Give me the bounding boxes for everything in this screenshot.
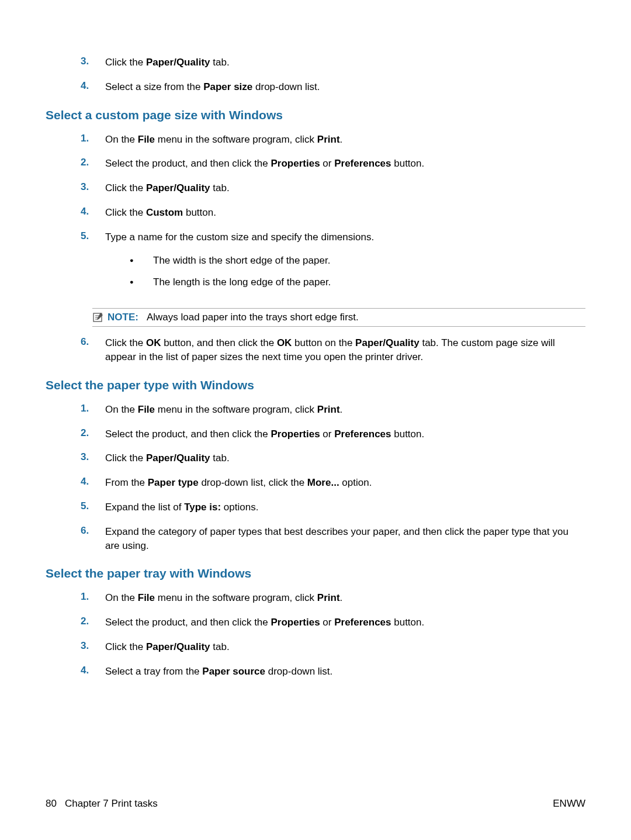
section-list: 1. On the File menu in the software prog… [81, 591, 585, 678]
list-number: 4. [81, 206, 105, 217]
list-item: 4. From the Paper type drop-down list, c… [81, 476, 585, 490]
list-body: Select a size from the Paper size drop-d… [105, 80, 585, 94]
list-item: 1. On the File menu in the software prog… [81, 403, 585, 417]
list-number: 3. [81, 181, 105, 193]
list-number: 2. [81, 616, 105, 627]
section-list-after-note: 6. Click the OK button, and then click t… [81, 336, 585, 364]
list-item: 1. On the File menu in the software prog… [81, 591, 585, 605]
list-item: 4. Click the Custom button. [81, 206, 585, 220]
list-item: 3. Click the Paper/Quality tab. [81, 56, 585, 70]
list-body: Select the product, and then click the P… [105, 427, 585, 441]
list-item: 4. Select a size from the Paper size dro… [81, 80, 585, 94]
section-heading: Select a custom page size with Windows [46, 108, 585, 122]
chapter-label: Chapter 7 Print tasks [65, 798, 158, 809]
note-label: NOTE: [108, 312, 138, 323]
list-body: Select the product, and then click the P… [105, 616, 585, 630]
list-item: 6. Expand the category of paper types th… [81, 525, 585, 553]
list-number: 3. [81, 640, 105, 652]
note-text: Always load paper into the trays short e… [147, 312, 359, 323]
list-number: 4. [81, 665, 105, 676]
list-number: 1. [81, 133, 105, 144]
list-body: On the File menu in the software program… [105, 133, 585, 147]
list-item: 4. Select a tray from the Paper source d… [81, 665, 585, 679]
list-body: Select the product, and then click the P… [105, 157, 585, 171]
note-icon [92, 312, 104, 323]
footer-right: ENWW [553, 798, 585, 810]
list-body: Expand the list of Type is: options. [105, 500, 585, 514]
sub-list: ●The width is the short edge of the pape… [105, 254, 585, 290]
list-body: Click the Paper/Quality tab. [105, 181, 585, 195]
list-body: From the Paper type drop-down list, clic… [105, 476, 585, 490]
list-body: On the File menu in the software program… [105, 403, 585, 417]
bullet-icon: ● [130, 275, 153, 286]
list-body: Click the Custom button. [105, 206, 585, 220]
section-list: 1. On the File menu in the software prog… [81, 133, 585, 298]
sub-item: ●The length is the long edge of the pape… [130, 275, 585, 289]
page-footer: 80 Chapter 7 Print tasks ENWW [46, 798, 585, 810]
list-body: Type a name for the custom size and spec… [105, 230, 585, 298]
list-body: Click the Paper/Quality tab. [105, 56, 585, 70]
list-number: 5. [81, 230, 105, 242]
list-number: 3. [81, 56, 105, 67]
list-body: Click the Paper/Quality tab. [105, 640, 585, 654]
list-body: On the File menu in the software program… [105, 591, 585, 605]
list-item: 3. Click the Paper/Quality tab. [81, 451, 585, 465]
list-item: 3. Click the Paper/Quality tab. [81, 181, 585, 195]
list-item: 2. Select the product, and then click th… [81, 616, 585, 630]
list-item: 5. Type a name for the custom size and s… [81, 230, 585, 298]
list-item: 3. Click the Paper/Quality tab. [81, 640, 585, 654]
section-heading: Select the paper tray with Windows [46, 566, 585, 580]
note-box: NOTE: Always load paper into the trays s… [92, 308, 585, 327]
list-number: 4. [81, 80, 105, 92]
list-body: Expand the category of paper types that … [105, 525, 585, 553]
list-body: Click the OK button, and then click the … [105, 336, 585, 364]
list-number: 3. [81, 451, 105, 463]
list-number: 1. [81, 591, 105, 603]
footer-left: 80 Chapter 7 Print tasks [46, 798, 158, 810]
list-body: Select a tray from the Paper source drop… [105, 665, 585, 679]
page-number: 80 [46, 798, 57, 809]
intro-list: 3. Click the Paper/Quality tab. 4. Selec… [81, 56, 585, 94]
list-number: 6. [81, 525, 105, 537]
list-number: 6. [81, 336, 105, 348]
list-body: Click the Paper/Quality tab. [105, 451, 585, 465]
list-number: 5. [81, 500, 105, 512]
section-heading: Select the paper type with Windows [46, 378, 585, 392]
list-number: 1. [81, 403, 105, 414]
list-number: 2. [81, 427, 105, 439]
list-item: 2. Select the product, and then click th… [81, 157, 585, 171]
list-number: 4. [81, 476, 105, 488]
list-item: 2. Select the product, and then click th… [81, 427, 585, 441]
list-item: 1. On the File menu in the software prog… [81, 133, 585, 147]
section-list: 1. On the File menu in the software prog… [81, 403, 585, 553]
list-item: 5. Expand the list of Type is: options. [81, 500, 585, 514]
list-item: 6. Click the OK button, and then click t… [81, 336, 585, 364]
page-content: 3. Click the Paper/Quality tab. 4. Selec… [46, 56, 585, 679]
bullet-icon: ● [130, 254, 153, 265]
list-number: 2. [81, 157, 105, 168]
sub-item: ●The width is the short edge of the pape… [130, 254, 585, 268]
